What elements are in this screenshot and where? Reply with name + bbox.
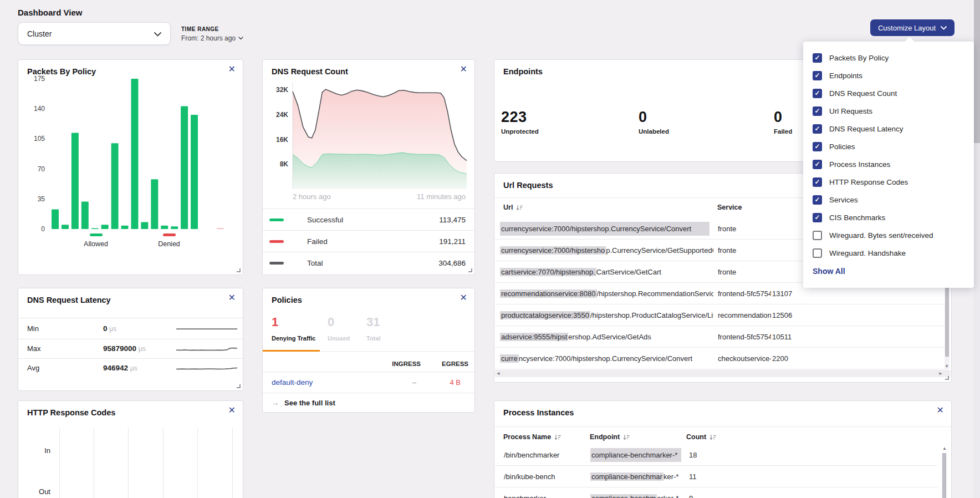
latency-value: 95879000 μs (103, 344, 146, 353)
resize-handle[interactable] (945, 376, 949, 380)
checkbox-icon[interactable]: ✓ (813, 248, 822, 258)
time-range-from-value: From: 2 hours ago (181, 34, 236, 42)
latency-label: Avg (27, 364, 94, 372)
svg-text:32K: 32K (276, 86, 288, 94)
see-full-list-link[interactable]: →See the full list (272, 399, 335, 407)
count-cell: 10511 (772, 333, 811, 341)
show-all-link[interactable]: Show All (813, 267, 845, 276)
table-vscrollbar[interactable] (942, 453, 947, 498)
checkbox-icon[interactable]: ✓ (813, 142, 822, 151)
policy-row[interactable]: default-deny – 4 B (263, 372, 474, 393)
arrow-right-icon: → (272, 399, 279, 407)
checkbox-icon[interactable]: ✓ (813, 89, 822, 98)
sparkline (176, 362, 237, 374)
time-range-from[interactable]: From: 2 hours ago (181, 34, 243, 42)
column-header-ingress: INGRESS (392, 360, 421, 367)
checkbox-icon[interactable]: ✓ (813, 71, 822, 80)
ingress-value: – (412, 378, 416, 387)
svg-text:24K: 24K (276, 111, 288, 119)
close-icon[interactable]: ✕ (228, 65, 236, 74)
checkbox-icon[interactable]: ✓ (813, 124, 822, 134)
resize-handle[interactable] (237, 384, 241, 388)
svg-text:70: 70 (38, 165, 45, 173)
menu-item-wireguard-handshake[interactable]: ✓ Wireguard. Handshake (803, 244, 974, 262)
menu-item-services[interactable]: ✓ Services (803, 191, 974, 209)
table-hscrollbar[interactable] (495, 370, 951, 377)
count-cell: 2200 (772, 354, 811, 363)
checkbox-icon[interactable]: ✓ (813, 106, 822, 116)
metric-value: 223 (501, 109, 539, 126)
close-icon[interactable]: ✕ (228, 293, 236, 302)
menu-item-process-instances[interactable]: ✓ Process Instances (803, 155, 974, 173)
close-icon[interactable]: ✕ (460, 293, 467, 302)
column-header-endpoint[interactable]: Endpoint (590, 433, 630, 441)
column-header-url[interactable]: Url (503, 204, 523, 211)
menu-caret (905, 37, 915, 47)
menu-item-dns-request-count[interactable]: ✓ DNS Request Count (803, 84, 974, 102)
legend-row-failed: Failed 191,211 (263, 230, 474, 252)
menu-item-dns-request-latency[interactable]: ✓ DNS Request Latency (803, 120, 974, 138)
checkbox-icon[interactable]: ✓ (813, 177, 822, 187)
scroll-up-arrow[interactable]: ▲ (942, 446, 947, 451)
customize-layout-label: Customize Layout (878, 24, 936, 32)
table-row[interactable]: currencyservice:7000/hipstershop.Currenc… (495, 348, 945, 369)
scroll-right-arrow[interactable]: ► (938, 372, 943, 376)
menu-item-url-requests[interactable]: ✓ Url Requests (803, 102, 974, 120)
checkbox-icon[interactable]: ✓ (813, 231, 822, 240)
policy-name-link[interactable]: default-deny (272, 378, 313, 387)
menu-item-http-response-codes[interactable]: ✓ HTTP Response Codes (803, 173, 974, 191)
checkbox-icon[interactable]: ✓ (813, 195, 822, 205)
customize-layout-menu: ✓ Packets By Policy ✓ Endpoints ✓ DNS Re… (803, 42, 974, 288)
checkbox-icon[interactable]: ✓ (813, 160, 822, 169)
svg-text:0: 0 (41, 225, 45, 233)
page-scrollbar-thumb[interactable] (974, 0, 980, 143)
checkbox-icon[interactable]: ✓ (813, 53, 822, 63)
tab-unused[interactable]: 0 Unused (328, 315, 350, 342)
menu-item-packets-by-policy[interactable]: ✓ Packets By Policy (803, 49, 974, 67)
close-icon[interactable]: ✕ (460, 65, 467, 74)
checkbox-icon[interactable]: ✓ (813, 213, 822, 222)
endpoint-cell: compliance-benchmarker-* (590, 448, 688, 462)
table-row[interactable]: benchmarker compliance-benchmarker-* 9 (495, 487, 938, 498)
svg-text:35: 35 (38, 195, 45, 203)
endpoint-cell: compliance-benchmarker-* (590, 472, 688, 481)
tab-total[interactable]: 31 Total (366, 315, 380, 342)
column-header-service[interactable]: Service (717, 204, 742, 211)
count-cell: 11 (689, 472, 697, 481)
latency-value: 946942 μs (103, 364, 137, 372)
menu-item-policies[interactable]: ✓ Policies (803, 138, 974, 155)
menu-item-wireguard-bytes[interactable]: ✓ Wireguard. Bytes sent/received (803, 226, 974, 244)
scroll-left-arrow[interactable]: ◄ (496, 372, 501, 376)
close-icon[interactable]: ✕ (937, 406, 944, 415)
close-icon[interactable]: ✕ (228, 406, 236, 415)
resize-handle[interactable] (468, 268, 472, 272)
process-name-cell: /bin/kube-bench (504, 472, 590, 481)
time-range: TIME RANGE From: 2 hours ago (181, 26, 243, 42)
menu-item-cis-benchmarks[interactable]: ✓ CIS Benchmarks (803, 209, 974, 226)
table-row[interactable]: productcatalogservice:3550/hipstershop.P… (495, 304, 945, 326)
column-header-process-name[interactable]: Process Name (503, 433, 561, 441)
row-label-in: In (28, 446, 50, 455)
latency-value: 0 μs (103, 324, 116, 333)
successful-label: Successful (307, 216, 343, 224)
service-cell: recommendationse… (718, 311, 771, 319)
service-cell: fronte (718, 225, 771, 233)
column-header-count[interactable]: Count (686, 433, 716, 441)
resize-handle[interactable] (237, 268, 241, 272)
successful-value: 113,475 (439, 216, 466, 224)
customize-layout-button[interactable]: Customize Layout (870, 19, 955, 36)
table-row[interactable]: /bin/kube-bench compliance-benchmarker-*… (495, 466, 938, 487)
legend-row-total: Total 304,686 (263, 252, 474, 273)
page-title: Dashboard View (18, 8, 82, 17)
table-row[interactable]: /bin/benchmarker compliance-benchmarker-… (495, 444, 938, 466)
table-row[interactable]: adservice:9555/hipstershop.AdService/Get… (495, 326, 945, 348)
menu-item-endpoints[interactable]: ✓ Endpoints (803, 67, 974, 84)
cluster-select[interactable]: Cluster (18, 22, 171, 45)
chevron-down-icon (941, 26, 947, 30)
svg-text:105: 105 (34, 135, 45, 143)
latency-label: Min (27, 324, 94, 333)
scroll-down-arrow[interactable]: ▼ (945, 364, 949, 369)
count-cell: 12506 (772, 311, 811, 319)
tab-denying-traffic[interactable]: 1 Denying Traffic (272, 315, 315, 342)
service-cell: frontend-5fc5754db… (718, 289, 771, 298)
